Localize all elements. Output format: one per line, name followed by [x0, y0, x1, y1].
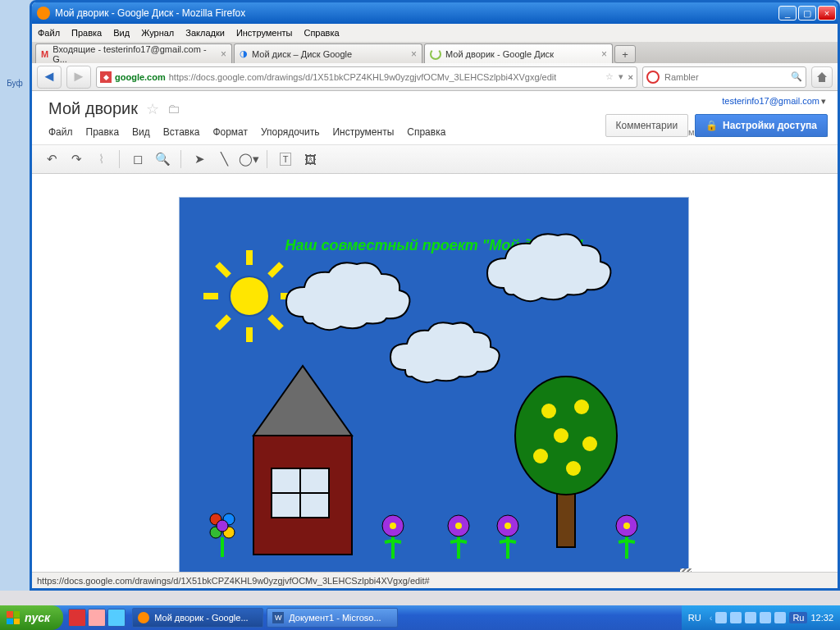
balloon-flower[interactable] [210, 514, 235, 557]
status-text: https://docs.google.com/drawings/d/1X51b… [37, 576, 430, 586]
windows-taskbar: пуск Мой дворик - Google... W Документ1 … [0, 605, 840, 630]
tab-gmail[interactable]: M Входящие - testerinfo17@gmail.com - G.… [35, 43, 232, 63]
svg-point-34 [217, 520, 228, 532]
new-tab-button[interactable]: + [614, 45, 636, 63]
gmenu-view[interactable]: Вид [132, 126, 150, 138]
svg-line-8 [270, 317, 281, 328]
zoom-fit-button[interactable]: ◻ [128, 149, 148, 169]
tray-icon[interactable] [760, 612, 771, 623]
canvas-scroll-area[interactable]: Наш совместный проект "Мой дворик" [32, 188, 838, 572]
quick-launch-item[interactable] [68, 609, 86, 627]
menu-view[interactable]: Вид [107, 28, 135, 38]
search-placeholder: Rambler [664, 72, 699, 82]
select-tool[interactable]: ➤ [189, 149, 209, 169]
menu-tools[interactable]: Инструменты [231, 28, 299, 38]
search-box[interactable]: Rambler 🔍 [642, 66, 806, 88]
gmenu-insert[interactable]: Вставка [163, 126, 200, 138]
svg-line-6 [270, 264, 281, 276]
tray-icon[interactable] [774, 612, 786, 623]
menu-bookmarks[interactable]: Закладки [180, 28, 231, 38]
menu-file[interactable]: Файл [32, 28, 66, 38]
document-title[interactable]: Мой дворик [48, 99, 138, 118]
gmenu-arrange[interactable]: Упорядочить [261, 126, 319, 138]
firefox-statusbar: https://docs.google.com/drawings/d/1X51b… [32, 572, 838, 588]
titlebar[interactable]: Мой дворик - Google Диск - Mozilla Firef… [32, 2, 838, 24]
tab-drive[interactable]: ◑ Мой диск – Диск Google × [234, 43, 422, 63]
quick-launch-item[interactable] [107, 609, 126, 627]
menu-history[interactable]: Журнал [135, 28, 180, 38]
taskbar-item-word[interactable]: W Документ1 - Microso... [267, 608, 398, 628]
folder-icon[interactable]: 🗀 [167, 102, 180, 116]
undo-button[interactable]: ↶ [42, 149, 62, 169]
svg-point-29 [623, 523, 630, 529]
language-indicator[interactable]: Ru [789, 612, 807, 623]
minimize-button[interactable]: _ [778, 6, 797, 21]
gmenu-format[interactable]: Формат [212, 126, 248, 138]
account-link[interactable]: testerinfo17@gmail.com▾ [722, 96, 826, 107]
comments-button[interactable]: Комментарии [605, 114, 689, 137]
share-button[interactable]: 🔒Настройки доступа [695, 114, 828, 137]
search-go-icon[interactable]: 🔍 [791, 71, 802, 82]
svg-point-21 [566, 461, 581, 476]
bookmark-star-icon[interactable]: ☆ [605, 71, 614, 82]
quick-launch-item[interactable] [88, 609, 106, 627]
stop-reload-button[interactable]: × [628, 72, 633, 82]
line-tool[interactable]: ╲ [214, 149, 234, 169]
home-icon [815, 71, 829, 84]
star-icon[interactable]: ☆ [146, 100, 159, 118]
gmenu-tools[interactable]: Инструменты [332, 126, 394, 138]
gmenu-file[interactable]: Файл [48, 126, 73, 138]
home-button[interactable] [811, 66, 833, 88]
tab-close-icon[interactable]: × [221, 48, 226, 60]
flower-heads[interactable] [382, 515, 637, 536]
forward-button[interactable]: ► [66, 66, 91, 89]
svg-point-23 [390, 523, 396, 529]
paint-format-button[interactable]: ⌇ [91, 149, 111, 169]
tree-shape[interactable] [515, 377, 617, 547]
flower-stems[interactable] [385, 534, 635, 559]
svg-point-20 [533, 449, 548, 463]
tray-lang-left[interactable]: RU [688, 613, 701, 623]
cloud-shape[interactable] [487, 234, 610, 301]
shape-tool[interactable]: ◯▾ [239, 149, 258, 169]
svg-point-18 [554, 428, 568, 443]
close-button[interactable]: × [818, 6, 836, 21]
maximize-button[interactable]: ▢ [798, 6, 816, 21]
tab-close-icon[interactable]: × [411, 48, 417, 60]
window-title: Мой дворик - Google Диск - Mozilla Firef… [55, 7, 245, 19]
house-shape[interactable] [253, 366, 352, 555]
sidebar-label: Буф [0, 0, 30, 88]
loading-spinner-icon [430, 48, 441, 60]
clock[interactable]: 12:32 [810, 613, 833, 623]
textbox-tool[interactable]: T [276, 149, 295, 169]
site-identity-icon[interactable]: ◆ [100, 71, 112, 83]
tab-close-icon[interactable]: × [601, 48, 607, 60]
zoom-button[interactable]: 🔍 [153, 149, 172, 169]
image-tool[interactable]: 🖼 [300, 149, 320, 169]
menu-help[interactable]: Справка [298, 28, 345, 38]
tab-drawing[interactable]: Мой дворик - Google Диск × [424, 43, 613, 63]
sun-shape[interactable] [203, 250, 295, 342]
url-bar[interactable]: ◆ google.com https://docs.google.com/dra… [96, 66, 637, 88]
tray-icon[interactable] [745, 612, 756, 623]
menu-edit[interactable]: Правка [66, 28, 107, 38]
svg-line-5 [217, 264, 229, 276]
gmenu-edit[interactable]: Правка [86, 126, 120, 138]
gmenu-help[interactable]: Справка [407, 126, 445, 138]
svg-point-17 [574, 399, 589, 414]
cloud-shape[interactable] [390, 322, 500, 382]
tray-icon[interactable] [730, 612, 742, 623]
drawing-svg [180, 198, 688, 577]
cloud-shape[interactable] [286, 262, 409, 330]
drawing-canvas[interactable]: Наш совместный проект "Мой дворик" [180, 198, 688, 577]
tray-expand-icon[interactable]: ‹ [710, 613, 713, 623]
tray-icon[interactable] [715, 612, 727, 623]
rambler-icon [646, 71, 660, 84]
nav-toolbar: ◄ ► ◆ google.com https://docs.google.com… [32, 63, 838, 91]
start-button[interactable]: пуск [0, 605, 63, 630]
back-button[interactable]: ◄ [37, 66, 62, 89]
redo-button[interactable]: ↷ [66, 149, 86, 169]
taskbar-item-firefox[interactable]: Мой дворик - Google... [132, 608, 263, 628]
google-drawings-app: testerinfo17@gmail.com▾ Мой дворик ☆ 🗀 К… [32, 91, 838, 572]
background-office-sidebar: Буф [0, 0, 30, 591]
